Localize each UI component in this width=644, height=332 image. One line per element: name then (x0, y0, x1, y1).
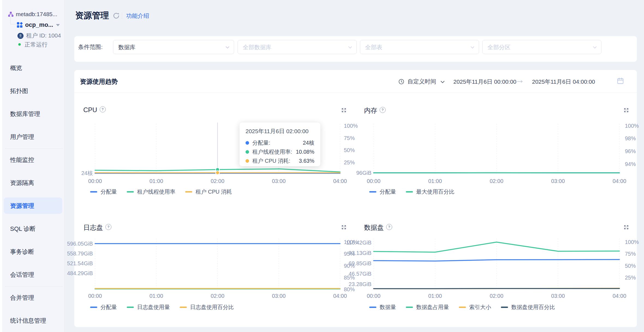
help-icon[interactable]: ? (105, 224, 111, 230)
y-axis-label-right: 25% (344, 159, 355, 166)
sidebar-item-3[interactable]: 数据库管理 (10, 110, 62, 118)
legend-item[interactable]: 日志盘使用量 (127, 304, 170, 311)
status-text: 正常运行 (25, 41, 48, 48)
legend-label: 数据量 (380, 304, 396, 311)
legend-item[interactable]: 分配量 (90, 188, 117, 196)
y-axis-label-left: 596.05GiB (44, 240, 93, 247)
y-axis-label-left: 69.85GiB (322, 260, 371, 267)
y-axis-label-right: 75% (344, 135, 355, 141)
partition-select[interactable]: 全部分区 (482, 40, 601, 54)
help-icon[interactable]: ? (380, 107, 386, 113)
table-select-placeholder: 全部表 (365, 44, 382, 50)
x-axis-label: 01:00 (140, 178, 173, 184)
chart-plot-memory[interactable] (374, 123, 619, 174)
legend-item[interactable]: 分配量 (369, 188, 396, 196)
chart-title-cpu: CPU? (83, 106, 106, 114)
legend-label: 日志盘使用百分比 (190, 304, 234, 311)
legend-item[interactable]: 分配量 (90, 304, 117, 311)
filter-scope-label: 条件范围: (78, 40, 103, 54)
menu-divider (5, 148, 63, 149)
x-axis-label: 04:00 (324, 293, 356, 299)
series-dot (246, 141, 249, 145)
chart-plot-datadisk[interactable] (374, 237, 619, 289)
y-axis-label-right: 94% (625, 161, 636, 167)
feature-intro-link[interactable]: 功能介绍 (126, 12, 149, 20)
sidebar-item-8[interactable]: SQL 诊断 (10, 225, 62, 233)
legend-item[interactable]: 数据盘占用量 (406, 304, 449, 311)
y-axis-label-left: 24核 (44, 170, 93, 176)
tenant-name: ocp_mo... (25, 21, 53, 28)
sidebar-item-1[interactable]: 概览 (10, 64, 62, 72)
sidebar-item-4[interactable]: 用户管理 (10, 133, 62, 141)
help-icon[interactable]: ? (386, 224, 392, 230)
legend-label: 日志盘使用量 (137, 304, 170, 311)
scope-select[interactable]: 数据库 (113, 40, 234, 54)
x-axis-label: 01:00 (419, 178, 451, 184)
legend-label: 租户 CPU 消耗 (196, 188, 232, 196)
chart-legend-cpu: 分配量租户线程使用率租户 CPU 消耗 (90, 188, 232, 196)
legend-dash-icon (127, 307, 134, 308)
sidebar-item-5[interactable]: 性能监控 (10, 156, 62, 164)
tooltip-timestamp: 2025年11月6日 02:00:00 (246, 127, 314, 135)
legend-dash-icon (185, 191, 192, 193)
database-select[interactable]: 全部数据库 (238, 40, 357, 54)
y-axis-label-left: 558.79GiB (44, 250, 93, 257)
legend-dash-icon (90, 307, 97, 308)
resource-management-page: metadb:17485... ocp_mo... 主租户 ID: 1004 正… (0, 0, 644, 332)
time-start-field[interactable]: 2025年11月6日 00:00:00 (453, 78, 516, 86)
y-axis-label-left: 116.42GiB (322, 239, 371, 246)
chart-title-text: 数据盘 (364, 224, 384, 231)
time-end-field[interactable]: 2025年11月6日 04:00:00 (532, 78, 595, 86)
y-axis-label-left: 23.28GiB (322, 281, 371, 287)
y-axis-label-left: 93.13GiB (322, 250, 371, 256)
y-axis-label-right: 100% (625, 239, 639, 245)
x-axis-label: 00:00 (79, 293, 111, 299)
chevron-down-icon (226, 46, 229, 49)
legend-label: 分配量 (101, 304, 117, 311)
legend-item[interactable]: 最大使用百分比 (406, 188, 454, 196)
legend-item[interactable]: 日志盘使用百分比 (180, 304, 234, 311)
y-axis-label-right: 100% (625, 123, 639, 129)
x-axis-label: 04:00 (603, 178, 636, 184)
legend-label: 分配量 (380, 188, 396, 196)
expand-icon[interactable] (623, 107, 629, 113)
sidebar-item-11[interactable]: 合并管理 (10, 294, 62, 302)
sidebar-item-7[interactable]: 资源管理 (10, 202, 62, 210)
chart-plot-logdisk[interactable] (95, 237, 340, 289)
expand-icon[interactable] (341, 107, 347, 113)
legend-dash-icon (459, 307, 466, 308)
chevron-down-icon[interactable] (56, 24, 60, 26)
sidebar-item-12[interactable]: 统计信息管理 (10, 317, 62, 325)
tenant-status-row: 正常运行 (17, 41, 80, 48)
sidebar-item-6[interactable]: 资源隔离 (10, 179, 62, 187)
refresh-icon[interactable] (113, 12, 120, 19)
tooltip-label: 租户 CPU 消耗: (252, 157, 290, 165)
cluster-row[interactable]: metadb:17485... (8, 11, 70, 18)
expand-icon[interactable] (341, 224, 347, 230)
expand-icon[interactable] (623, 224, 629, 230)
chart-title-text: 日志盘 (83, 224, 103, 231)
tenant-row[interactable]: ocp_mo... (17, 21, 79, 28)
legend-item[interactable]: 租户 CPU 消耗 (185, 188, 232, 196)
legend-item[interactable]: 索引大小 (459, 304, 491, 311)
sidebar-item-2[interactable]: 拓扑图 (10, 87, 62, 95)
y-axis-label-right: 50% (344, 147, 355, 153)
table-select[interactable]: 全部表 (360, 40, 479, 54)
chart-tooltip: 2025年11月6日 02:00:00 分配量: 24核 租户线程使用率: 10… (240, 123, 320, 166)
x-axis-label: 02:00 (480, 293, 513, 299)
chevron-down-icon (441, 81, 445, 83)
clock-icon (398, 78, 404, 85)
legend-item[interactable]: 数据盘使用百分比 (501, 304, 555, 311)
legend-item[interactable]: 数据量 (369, 304, 396, 311)
x-axis-label: 02:00 (201, 178, 234, 184)
page-title: 资源管理 (75, 10, 109, 21)
legend-dash-icon (369, 191, 376, 193)
legend-item[interactable]: 租户线程使用率 (127, 188, 175, 196)
tenant-id: 租户 ID: 1004 (26, 32, 61, 39)
legend-dash-icon (127, 191, 134, 193)
y-axis-label-right: 25% (625, 274, 636, 281)
help-icon[interactable]: ? (100, 106, 106, 112)
calendar-icon[interactable] (617, 77, 624, 85)
time-mode-dropdown[interactable]: 自定义时间 (398, 78, 445, 85)
tooltip-value: 3.63% (299, 158, 314, 164)
